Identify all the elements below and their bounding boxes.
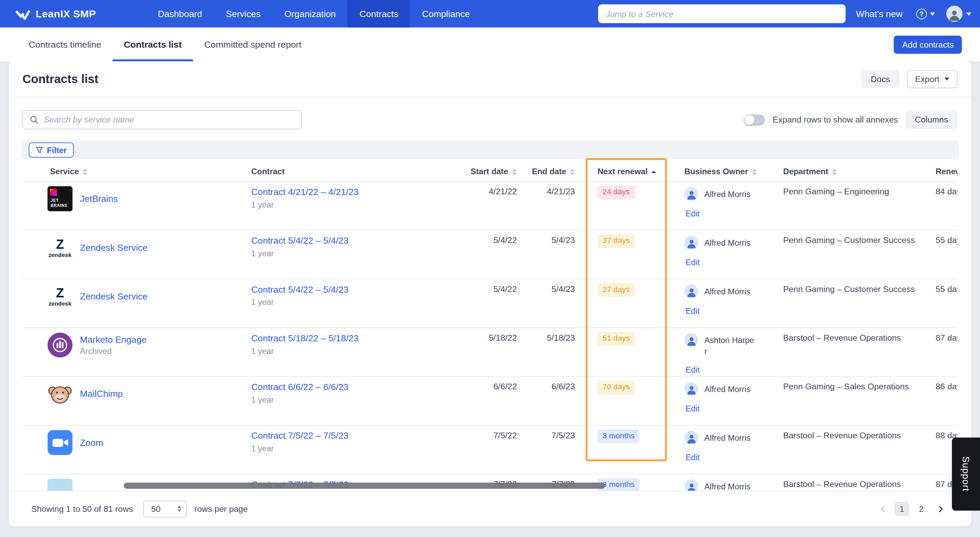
contract-cell: Contract 7/5/22 – 7/5/231 year xyxy=(251,426,469,474)
edit-owner-link[interactable]: Edit xyxy=(686,209,766,218)
edit-owner-link[interactable]: Edit xyxy=(686,306,766,316)
contract-link[interactable]: Contract 5/4/22 – 5/4/23 xyxy=(251,285,469,294)
brand[interactable]: LeanIX SMP xyxy=(15,8,96,20)
add-contracts-button[interactable]: Add contracts xyxy=(894,35,962,53)
owner-name: Ashton Harper xyxy=(705,333,754,357)
service-link[interactable]: Zoom xyxy=(80,438,103,448)
support-tab[interactable]: Support xyxy=(952,438,980,511)
contract-link[interactable]: Contract 6/6/22 – 6/6/23 xyxy=(251,382,469,392)
tab-bar: Contracts timelineContracts listCommitte… xyxy=(0,27,980,61)
nav-item-compliance[interactable]: Compliance xyxy=(410,0,482,27)
business-owner-cell: Alfred MorrisEdit xyxy=(668,231,766,279)
user-menu[interactable] xyxy=(946,6,971,22)
nav-item-dashboard[interactable]: Dashboard xyxy=(146,0,214,27)
service-link[interactable]: Zendesk Service xyxy=(80,243,147,252)
end-date-cell: 7/5/23 xyxy=(522,426,580,474)
nav-item-services[interactable]: Services xyxy=(214,0,272,27)
zoom-logo xyxy=(48,430,73,455)
renewal-cell: 84 days xyxy=(921,182,958,230)
service-link[interactable]: Zendesk Service xyxy=(80,291,147,301)
page-button-1[interactable]: 1 xyxy=(895,502,908,516)
jump-to-service-input[interactable] xyxy=(598,5,846,23)
service-cell: JETBRAINSJetBrains xyxy=(22,182,251,230)
column-header-end-date[interactable]: End date xyxy=(522,167,580,176)
nav-item-organization[interactable]: Organization xyxy=(272,0,348,27)
tab-contracts-list[interactable]: Contracts list xyxy=(113,27,193,61)
next-renewal-badge: 51 days xyxy=(598,332,635,346)
business-owner-cell: Alfred MorrisEdit xyxy=(668,377,766,425)
table-header-row: ServiceContractStart dateEnd dateNext re… xyxy=(22,162,958,182)
chevron-down-icon xyxy=(944,78,950,81)
columns-button[interactable]: Columns xyxy=(905,111,958,129)
owner-line: Ashton Harper xyxy=(684,333,766,357)
column-header-start-date[interactable]: Start date xyxy=(469,167,522,176)
next-page-button[interactable] xyxy=(934,502,947,516)
filter-button[interactable]: Filter xyxy=(29,143,73,158)
table-row: ZzendeskZendesk ServiceContract 5/4/22 –… xyxy=(22,279,958,328)
page-size-value: 50 xyxy=(151,504,161,513)
tab-contracts-timeline[interactable]: Contracts timeline xyxy=(18,27,112,61)
help-icon: ? xyxy=(916,8,927,19)
owner-avatar-icon xyxy=(684,382,698,395)
page-button-2[interactable]: 2 xyxy=(914,502,928,516)
leanix-logo-icon xyxy=(15,8,30,20)
marketo-logo xyxy=(48,333,73,357)
column-header-department[interactable]: Department xyxy=(766,167,921,176)
department-cell: Barstool – Revenue Operations xyxy=(766,426,921,474)
brand-name: LeanIX SMP xyxy=(36,8,96,20)
contract-link[interactable]: Contract 5/18/22 – 5/18/23 xyxy=(251,333,469,343)
contract-term: 1 year xyxy=(251,249,469,258)
edit-owner-link[interactable]: Edit xyxy=(686,453,766,462)
tab-committed-spend-report[interactable]: Committed spend report xyxy=(193,27,313,61)
edit-owner-link[interactable]: Edit xyxy=(686,404,766,413)
service-search-input[interactable] xyxy=(44,115,295,124)
horizontal-scrollbar[interactable] xyxy=(22,483,958,489)
nav-item-contracts[interactable]: Contracts xyxy=(348,0,410,27)
page-size-select[interactable]: 50 xyxy=(143,500,187,517)
search-icon xyxy=(29,115,39,124)
service-link[interactable]: Marketo Engage xyxy=(80,335,146,344)
expand-annexes-label: Expand rows to show all annexes xyxy=(773,115,898,124)
previous-page-button[interactable] xyxy=(875,502,889,516)
docs-button[interactable]: Docs xyxy=(861,70,899,88)
start-date-cell: 5/18/22 xyxy=(469,328,522,376)
next-renewal-cell: 51 days xyxy=(580,328,667,376)
service-link[interactable]: MailChimp xyxy=(80,389,123,398)
column-header-business-owner[interactable]: Business Owner xyxy=(668,167,766,176)
column-header-next-renewal[interactable]: Next renewal xyxy=(580,167,667,176)
column-header-contract[interactable]: Contract xyxy=(251,167,469,176)
contract-term: 1 year xyxy=(251,200,469,210)
filter-strip: Filter xyxy=(21,140,959,159)
start-date-cell: 5/4/22 xyxy=(469,279,522,327)
column-header-service[interactable]: Service xyxy=(22,167,251,176)
column-header-renewal[interactable]: Renewal xyxy=(921,167,958,176)
scrollbar-thumb[interactable] xyxy=(124,483,605,489)
primary-nav: DashboardServicesOrganizationContractsCo… xyxy=(146,0,482,27)
help-menu[interactable]: ? xyxy=(916,8,935,19)
contract-link[interactable]: Contract 5/4/22 – 5/4/23 xyxy=(251,236,469,245)
table-row: ZzendeskZendesk ServiceContract 5/4/22 –… xyxy=(22,231,958,279)
app-screen: LeanIX SMP DashboardServicesOrganization… xyxy=(0,0,980,537)
contract-link[interactable]: Contract 7/5/22 – 7/5/23 xyxy=(251,431,469,441)
expand-annexes-toggle[interactable] xyxy=(744,114,765,125)
whats-new-link[interactable]: What’s new xyxy=(856,9,902,19)
end-date-cell: 5/4/23 xyxy=(522,231,580,279)
jump-to-service-search[interactable] xyxy=(598,5,846,23)
service-text: Zendesk Service xyxy=(80,235,147,260)
next-renewal-cell: 70 days xyxy=(580,377,667,425)
end-date-cell: 5/18/23 xyxy=(522,328,580,376)
chevron-down-icon xyxy=(966,12,972,15)
table-row: Marketo EngageArchivedContract 5/18/22 –… xyxy=(22,328,958,377)
sort-arrows-icon xyxy=(752,169,757,175)
department-cell: Penn Gaming – Customer Success xyxy=(766,279,921,327)
service-search[interactable] xyxy=(22,110,302,129)
edit-owner-link[interactable]: Edit xyxy=(686,258,766,267)
edit-owner-link[interactable]: Edit xyxy=(686,365,766,374)
service-link[interactable]: JetBrains xyxy=(80,194,118,204)
export-button[interactable]: Export xyxy=(907,70,958,88)
service-cell: Zoom xyxy=(22,426,251,474)
zendesk-logo: Zzendesk xyxy=(48,235,73,260)
table-row: JETBRAINSJetBrainsContract 4/21/22 – 4/2… xyxy=(22,182,958,230)
contract-link[interactable]: Contract 4/21/22 – 4/21/23 xyxy=(251,187,469,197)
toggle-knob xyxy=(745,115,754,124)
